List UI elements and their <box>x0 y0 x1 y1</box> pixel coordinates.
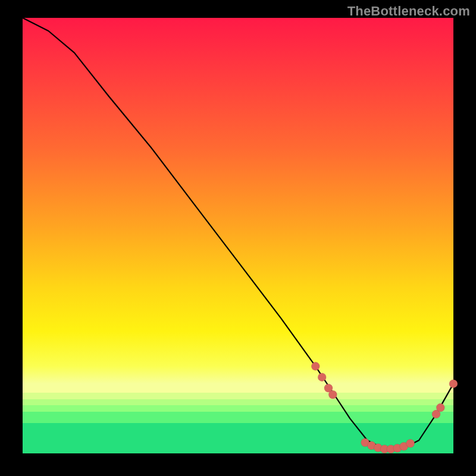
data-marker <box>311 362 320 371</box>
data-marker <box>406 439 415 447</box>
data-marker <box>328 390 337 399</box>
chart-frame: TheBottleneck.com <box>0 0 476 476</box>
bottleneck-curve <box>23 18 453 449</box>
data-marker <box>449 380 458 388</box>
curve-svg <box>23 18 453 453</box>
data-marker <box>436 403 444 412</box>
watermark-text: TheBottleneck.com <box>347 4 470 19</box>
data-marker <box>318 373 326 381</box>
marker-layer <box>311 362 458 453</box>
plot-area <box>23 18 453 453</box>
